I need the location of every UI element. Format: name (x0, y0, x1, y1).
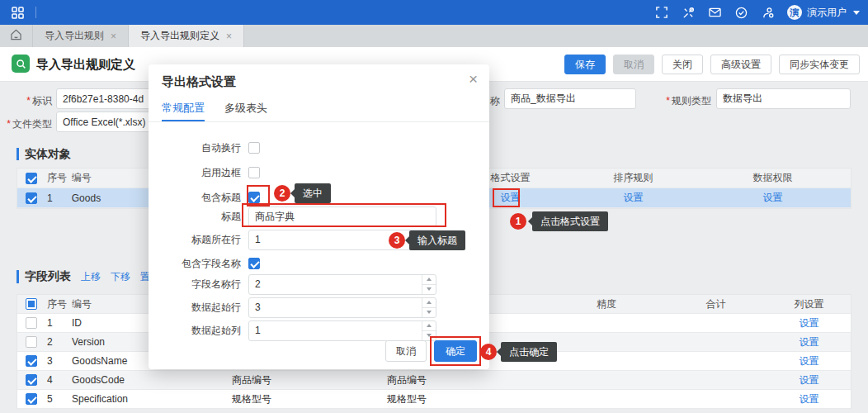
tab-label: 导入导出规则 (45, 29, 104, 43)
include-title-label: 包含标题 (149, 191, 241, 205)
row-no: 4 (42, 374, 67, 386)
autowrap-checkbox[interactable] (248, 142, 260, 154)
enable-border-checkbox[interactable] (248, 167, 260, 178)
select-all-checkbox[interactable] (26, 173, 37, 184)
table-row[interactable]: 4 GoodsCode 商品编号 商品编号 设置 (17, 371, 851, 390)
rule-type-label: *规则类型 (652, 94, 711, 108)
tools-icon[interactable] (682, 6, 695, 19)
move-up-link[interactable]: 上移 (81, 271, 101, 282)
cancel-button[interactable]: 取消 (613, 55, 654, 74)
row-name: 商品编号 (227, 373, 382, 387)
include-fieldname-checkbox[interactable] (248, 258, 260, 269)
row-no: 1 (42, 317, 67, 329)
check-circle-icon[interactable] (734, 6, 748, 19)
stepper-down-icon[interactable] (422, 285, 436, 294)
sync-entity-button[interactable]: 同步实体变更 (779, 55, 860, 74)
stepper-up-icon[interactable] (422, 321, 436, 331)
include-fieldname-label: 包含字段名称 (149, 257, 241, 271)
dialog-close-icon[interactable]: × (469, 71, 478, 87)
mail-icon[interactable] (708, 6, 721, 19)
top-bar: 演 演示用户 (0, 0, 868, 25)
title-label: 标题 (149, 210, 241, 224)
row-display: 商品编号 (382, 373, 549, 387)
include-title-checkbox[interactable] (248, 192, 260, 203)
row-checkbox[interactable] (26, 374, 37, 386)
data-start-col-stepper[interactable] (248, 320, 436, 341)
tab-label: 导入导出规则定义 (140, 29, 219, 43)
col-header-total: 合计 (664, 297, 767, 311)
tab-bar: 导入导出规则 × 导入导出规则定义 × (0, 25, 868, 47)
table-row[interactable]: 5 Specification 规格型号 规格型号 设置 (17, 390, 851, 409)
fieldname-row-stepper[interactable] (248, 274, 436, 295)
data-start-col-label: 数据起始列 (149, 324, 241, 338)
file-type-label: *文件类型 (0, 117, 52, 131)
step-1-tooltip: 点击格式设置 (532, 211, 608, 231)
row-no: 3 (42, 355, 67, 367)
col-header-no: 序号 (42, 297, 67, 311)
tab-general-config[interactable]: 常规配置 (162, 97, 205, 121)
title-input[interactable] (248, 206, 436, 227)
tab-close-icon[interactable]: × (111, 31, 116, 41)
rule-type-field[interactable] (716, 88, 851, 109)
export-format-dialog: 导出格式设置 × 常规配置 多级表头 自动换行 启用边框 包含标题 标题 标题所… (149, 64, 489, 369)
sort-setting-link[interactable]: 设置 (624, 192, 644, 203)
row-checkbox[interactable] (26, 317, 37, 329)
row-checkbox[interactable] (26, 355, 37, 367)
column-setting-link[interactable]: 设置 (800, 317, 819, 329)
permission-setting-link[interactable]: 设置 (763, 192, 783, 203)
step-1-badge: 1 (510, 213, 526, 230)
user-name-label: 演示用户 (807, 6, 847, 20)
stepper-up-icon[interactable] (422, 275, 436, 285)
home-icon (10, 29, 22, 43)
entity-section-title: 实体对象 (17, 148, 71, 160)
dialog-cancel-button[interactable]: 取消 (385, 340, 427, 362)
home-tab[interactable] (0, 25, 33, 47)
dialog-title: 导出格式设置 (162, 74, 236, 90)
step-2-tooltip: 选中 (295, 183, 331, 203)
tab-import-export-rule-definition[interactable]: 导入导出规则定义 × (129, 25, 244, 47)
data-start-row-stepper[interactable] (248, 297, 436, 318)
step-4-badge: 4 (480, 344, 497, 360)
column-setting-link[interactable]: 设置 (800, 355, 819, 367)
topbar-divider (35, 7, 36, 18)
close-button[interactable]: 关闭 (662, 55, 703, 74)
page-app-icon (12, 55, 30, 73)
step-2-badge: 2 (274, 185, 290, 202)
column-setting-link[interactable]: 设置 (800, 336, 819, 348)
column-setting-link[interactable]: 设置 (800, 374, 819, 386)
step-3-badge: 3 (389, 232, 405, 249)
tab-multi-level-header[interactable]: 多级表头 (224, 97, 267, 121)
dialog-ok-button[interactable]: 确定 (434, 340, 477, 362)
row-code: Specification (67, 393, 227, 405)
save-button[interactable]: 保存 (564, 55, 606, 74)
user-menu[interactable]: 演 演示用户 (787, 5, 860, 20)
id-field-label: *标识 (0, 94, 52, 108)
advanced-settings-button[interactable]: 高级设置 (710, 55, 771, 74)
column-setting-link[interactable]: 设置 (800, 393, 819, 405)
col-header-perm: 数据权限 (695, 171, 851, 185)
col-header-sort: 排序规则 (572, 171, 695, 185)
page-title: 导入导出规则定义 (36, 57, 135, 73)
select-all-checkbox[interactable] (26, 298, 37, 310)
format-setting-link[interactable]: 设置 (500, 192, 520, 203)
row-checkbox[interactable] (26, 192, 37, 204)
row-name: 规格型号 (227, 392, 382, 406)
row-no: 2 (42, 336, 67, 348)
tab-close-icon[interactable]: × (226, 31, 232, 41)
fullscreen-icon[interactable] (655, 6, 668, 19)
row-checkbox[interactable] (26, 336, 37, 348)
move-down-link[interactable]: 下移 (111, 271, 130, 282)
app-grid-icon[interactable] (12, 7, 24, 19)
tab-import-export-rule[interactable]: 导入导出规则 × (33, 25, 129, 47)
chevron-down-icon (853, 11, 860, 15)
stepper-down-icon[interactable] (422, 308, 436, 317)
row-display: 规格型号 (382, 392, 549, 406)
avatar: 演 (787, 5, 802, 20)
user-icon[interactable] (761, 6, 774, 19)
row-checkbox[interactable] (26, 393, 37, 405)
col-header-no: 序号 (42, 171, 67, 185)
row-code: GoodsCode (67, 374, 227, 386)
stepper-up-icon[interactable] (422, 298, 436, 308)
name-field[interactable] (504, 88, 636, 109)
stepper-down-icon[interactable] (422, 331, 436, 340)
